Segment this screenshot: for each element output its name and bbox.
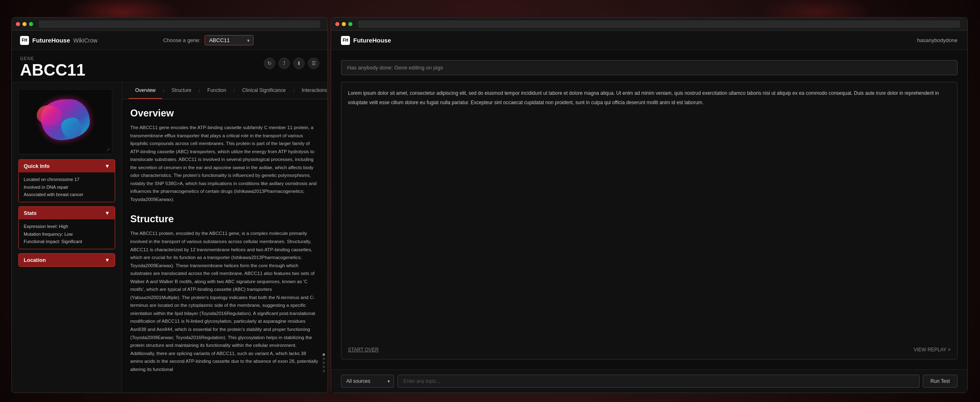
header-actions: ↻ ⤴ ⬇ ☰ (264, 56, 319, 69)
tab-interactions[interactable]: Interactions (295, 83, 327, 99)
gene-header: GENE ABCC11 ↻ ⤴ ⬇ ☰ (12, 50, 327, 83)
minimize-icon[interactable] (22, 22, 27, 26)
right-window: FH FutureHouse hasanybodydone Has anybod… (331, 17, 968, 393)
stats-item-3: Functional impact: Significant (24, 238, 110, 246)
brand-name-right: FutureHouse (353, 37, 391, 44)
scroll-dot-1 (323, 353, 325, 356)
right-main-content: Has anybody done: Gene editing on pigs L… (331, 50, 967, 369)
bottom-search-bar: All sources PubMed bioRxiv Nature ▼ Run … (331, 369, 967, 393)
quick-info-content: Located on chromosome 17 Involved in DNA… (19, 172, 115, 202)
response-text: Lorem ipsum dolor sit amet, consectetur … (348, 89, 951, 344)
maximize-icon[interactable] (29, 22, 33, 26)
minimize-icon-right[interactable] (342, 22, 346, 26)
quick-info-item-3: Associated with breast cancer (24, 191, 110, 199)
gene-content-scroll[interactable]: Overview The ABCC11 gene encodes the ATP… (122, 99, 327, 393)
navbar-right: FH FutureHouse hasanybodydone (331, 31, 967, 50)
refresh-icon[interactable]: ↻ (264, 58, 275, 69)
start-over-button[interactable]: START OVER (348, 347, 379, 353)
gene-type-label: GENE (20, 56, 85, 61)
brand-right: FH FutureHouse (341, 36, 391, 45)
quick-info-item-2: Involved in DNA repair (24, 183, 110, 191)
source-select-wrapper[interactable]: All sources PubMed bioRxiv Nature ▼ (341, 375, 394, 388)
overview-body: The ABCC11 gene encodes the ATP-binding … (130, 124, 319, 203)
view-replay-button[interactable]: VIEW REPLAY > (913, 347, 951, 353)
close-icon-right[interactable] (335, 22, 339, 26)
chevron-down-icon: ▼ (105, 210, 110, 216)
brand-icon-right: FH (341, 36, 350, 45)
stats-accordion: Stats ▼ Expression level: High Mutation … (18, 206, 115, 249)
source-select[interactable]: All sources PubMed bioRxiv Nature (341, 375, 394, 388)
quick-info-header[interactable]: Quick Info ▼ (19, 160, 115, 172)
protein-model (29, 93, 102, 150)
topic-search-input[interactable] (397, 375, 920, 388)
overview-title: Overview (130, 107, 319, 119)
stats-content: Expression level: High Mutation frequenc… (19, 219, 115, 249)
share-icon[interactable]: ⤴ (278, 58, 290, 69)
tab-function[interactable]: Function (201, 83, 233, 99)
tab-clinical[interactable]: Clinical Significance (236, 83, 292, 99)
scroll-dot-3 (323, 362, 325, 364)
gene-name-title: ABCC11 (20, 61, 85, 79)
stats-label: Stats (24, 210, 37, 216)
gene-select[interactable]: ABCC11 BRCA1 TP53 EGFR (205, 35, 254, 45)
gene-selector-area: Choose a gene: ABCC11 BRCA1 TP53 EGFR ▼ (98, 35, 319, 45)
navbar-left: FH FutureHouse WikiCrow Choose a gene: A… (12, 31, 327, 50)
content-area: Overview / Structure / Function / Clinic… (122, 83, 327, 393)
protein-detail-1 (37, 105, 61, 126)
stats-item-2: Mutation frequency: Low (24, 230, 110, 238)
query-display: Has anybody done: Gene editing on pigs (341, 60, 958, 75)
protein-detail-2 (61, 118, 82, 138)
location-header[interactable]: Location ▼ (19, 254, 115, 266)
brand-name-left: FutureHouse (32, 37, 70, 44)
expand-icon[interactable]: ⤢ (106, 147, 110, 152)
tab-overview[interactable]: Overview (129, 83, 162, 99)
bookmark-icon[interactable]: ☰ (308, 58, 319, 69)
stats-item-1: Expression level: High (24, 223, 110, 230)
maximize-icon-right[interactable] (348, 22, 352, 26)
side-panel: ⤢ Quick Info ▼ Located on chromosome 17 … (12, 83, 122, 393)
protein-visualization: ⤢ (18, 89, 112, 154)
location-accordion: Location ▼ (18, 253, 115, 267)
address-bar-right (358, 20, 960, 28)
chevron-down-icon: ▼ (105, 257, 110, 263)
quick-info-item-1: Located on chromosome 17 (24, 176, 110, 183)
query-text: Has anybody done: Gene editing on pigs (347, 65, 443, 71)
username-display: hasanybodydone (917, 37, 958, 43)
gene-select-wrapper[interactable]: ABCC11 BRCA1 TP53 EGFR ▼ (205, 35, 254, 45)
scroll-indicator (323, 353, 325, 372)
response-actions: START OVER VIEW REPLAY > (348, 344, 951, 353)
quick-info-accordion: Quick Info ▼ Located on chromosome 17 In… (18, 159, 115, 202)
left-main-content: ⤢ Quick Info ▼ Located on chromosome 17 … (12, 83, 327, 393)
tabs-bar: Overview / Structure / Function / Clinic… (122, 83, 327, 99)
stats-header[interactable]: Stats ▼ (19, 207, 115, 219)
brand-icon-left: FH (20, 36, 29, 45)
download-icon[interactable]: ⬇ (293, 58, 305, 69)
brand-left: FH FutureHouse WikiCrow (20, 36, 98, 45)
brand-sub-left: WikiCrow (74, 37, 98, 44)
scroll-dot-4 (323, 366, 325, 368)
chevron-down-icon: ▼ (105, 163, 110, 169)
tab-structure[interactable]: Structure (165, 83, 198, 99)
run-test-button[interactable]: Run Test (923, 375, 958, 388)
quick-info-label: Quick Info (24, 163, 50, 169)
structure-body: The ABCC11 protein, encoded by the ABCC1… (130, 230, 319, 373)
title-bar-right (331, 18, 967, 31)
response-container: Lorem ipsum dolor sit amet, consectetur … (341, 82, 958, 360)
location-label: Location (24, 257, 46, 263)
title-bar-left (12, 18, 327, 31)
structure-title: Structure (130, 213, 319, 225)
left-window: FH FutureHouse WikiCrow Choose a gene: A… (11, 17, 328, 393)
gene-label: Choose a gene: (163, 37, 200, 43)
close-icon[interactable] (16, 22, 20, 26)
address-bar-left (39, 20, 320, 28)
scroll-dot-5 (323, 370, 325, 372)
scroll-dot-2 (323, 357, 325, 360)
gene-info: GENE ABCC11 (20, 56, 85, 79)
view-replay-label: VIEW REPLAY > (913, 347, 951, 353)
